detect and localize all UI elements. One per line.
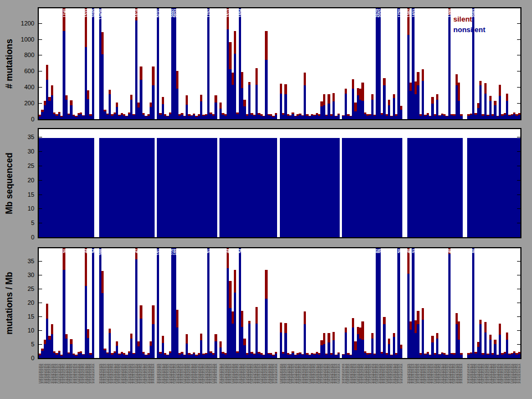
y-tick-label: 0 — [16, 233, 34, 241]
y-tick-label: 0 — [16, 115, 34, 123]
bar-overflow-label: 151 — [156, 249, 160, 255]
bar-overflow-label: 44 — [84, 249, 88, 253]
bar-silent — [323, 94, 325, 105]
y-tick-label: 800 — [16, 51, 34, 59]
bar-silent — [361, 83, 364, 101]
bar-silent — [280, 323, 282, 332]
bar-overflow-label: 5853 — [173, 9, 177, 18]
y-tick-label: 10 — [16, 204, 34, 212]
y-tick-label: 30 — [16, 271, 34, 279]
bar-silent — [417, 311, 419, 325]
sample-label: l1Il1lI1lI1l — [337, 364, 340, 383]
bar-silent — [181, 113, 183, 115]
bar-nonsilent — [275, 354, 277, 358]
bar-nonsilent — [152, 324, 154, 358]
bar-silent — [181, 352, 183, 354]
bar-nonsilent — [152, 138, 154, 237]
y-tick-label: 35 — [16, 133, 34, 141]
bar-silent — [58, 351, 60, 352]
bar-silent — [70, 339, 72, 344]
bar-overflow-label-anchor: 3265 — [92, 8, 94, 119]
sample-label: Ill1tIl1l1Il — [214, 364, 217, 383]
bar-overflow-label: 1864 — [238, 9, 242, 18]
y-tick-mark — [39, 180, 42, 181]
bar-overflow-label: 47 — [134, 249, 138, 253]
bar-silent — [431, 97, 433, 104]
y-tick-mark — [39, 55, 42, 55]
bar-silent — [46, 304, 48, 319]
bar-silent — [270, 353, 272, 354]
bar-silent — [393, 333, 395, 337]
bar-overflow-label-anchor: 5231 — [157, 8, 159, 119]
bar-nonsilent — [275, 138, 277, 237]
bar-overflow-label: 3265 — [91, 9, 95, 18]
y-axis-label-mutations: # mutations — [4, 7, 14, 120]
bar-silent — [234, 270, 236, 292]
y-tick-label: 1200 — [16, 19, 34, 27]
bar-silent — [371, 333, 374, 339]
bar-nonsilent — [234, 293, 236, 358]
bar-overflow-label-anchor: 151 — [157, 248, 159, 358]
bar-silent — [65, 95, 68, 100]
bar-silent — [140, 66, 142, 80]
bar-silent — [51, 85, 53, 95]
bar-silent — [458, 321, 460, 340]
bar-overflow-label-anchor: 40 — [448, 248, 451, 358]
y-tick-mark — [517, 261, 520, 262]
y-tick-label: 20 — [16, 299, 34, 306]
bar-overflow-label: 1513 — [226, 9, 230, 18]
bar-silent — [345, 89, 347, 94]
bar-silent — [140, 305, 142, 319]
bar-silent — [284, 84, 287, 94]
sample-label: Il1lI1lIl1il — [152, 364, 155, 383]
bar-silent — [489, 335, 492, 340]
bar-silent — [80, 351, 82, 352]
bar-silent — [422, 308, 424, 319]
bar-silent — [323, 333, 325, 344]
y-tick-mark — [39, 237, 42, 238]
bar-silent — [109, 329, 111, 334]
mb-sequenced-panel — [38, 128, 521, 238]
y-tick-mark — [39, 166, 42, 166]
bar-nonsilent — [422, 81, 424, 119]
bar-overflow-label-anchor: 60 — [472, 248, 474, 358]
bar-silent — [200, 334, 202, 340]
bar-nonsilent — [92, 138, 94, 237]
bar-overflow-label-anchor: 51 — [207, 248, 209, 358]
bar-silent — [494, 340, 496, 345]
bar-silent — [219, 103, 222, 109]
y-tick-mark — [39, 223, 42, 223]
bar-silent — [431, 336, 433, 342]
bar-silent — [265, 270, 267, 299]
rate-panel: 5044943884715111516951445482595040534060 — [38, 247, 521, 359]
bar-nonsilent — [400, 349, 402, 358]
bar-nonsilent — [214, 103, 217, 119]
bar-overflow-label: 40 — [406, 249, 410, 253]
bar-overflow-label: 59 — [377, 249, 381, 253]
y-tick-mark — [39, 208, 42, 209]
bar-silent — [400, 345, 402, 349]
y-tick-mark — [39, 39, 42, 40]
y-tick-mark — [39, 275, 42, 275]
bar-silent — [241, 72, 243, 88]
y-tick-mark — [39, 344, 42, 345]
y-tick-mark — [517, 71, 520, 71]
bar-silent — [46, 65, 48, 80]
bar-silent — [243, 100, 245, 106]
bar-silent — [422, 69, 424, 80]
bar-silent — [65, 334, 68, 339]
bar-silent — [427, 352, 429, 354]
y-tick-mark — [517, 330, 520, 331]
y-tick-mark — [39, 330, 42, 331]
y-tick-label: 20 — [16, 176, 34, 184]
bar-silent — [332, 93, 335, 101]
bar-silent — [116, 103, 118, 108]
bar-overflow-label: 5231 — [156, 9, 160, 18]
bar-nonsilent — [214, 138, 217, 237]
bar-silent — [109, 90, 111, 95]
bar-overflow-label-anchor: 50 — [397, 248, 400, 358]
y-tick-mark — [39, 103, 42, 104]
bar-silent — [518, 113, 520, 115]
bar-nonsilent — [152, 85, 154, 119]
bar-overflow-label: 53 — [411, 249, 415, 253]
